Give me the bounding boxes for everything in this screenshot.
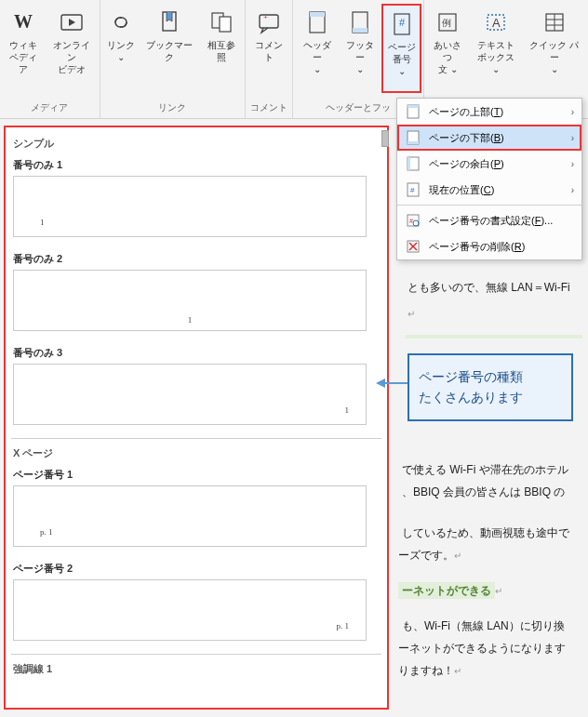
greeting-button[interactable]: 例 あいさつ 文 ⌄ [426,4,470,93]
chevron-right-icon: › [571,133,574,143]
thumb-number: p. 1 [337,621,350,631]
callout-line: ページ番号の種類 [419,366,562,387]
ribbon-btn-label: リンク ⌄ [107,39,135,63]
format-icon: # [405,212,421,229]
ribbon-btn-label: テキスト ボックス ⌄ [474,39,519,75]
svg-text:#: # [409,218,413,224]
svg-text:#: # [410,186,415,194]
svg-text:+: + [263,13,268,21]
ribbon-btn-label: コメント [251,39,287,63]
ribbon-btn-label: ブックマーク [143,39,196,63]
svg-text:A: A [492,16,501,30]
header-button[interactable]: ヘッダー ⌄ [295,4,338,93]
link-icon [106,7,136,37]
online-video-icon [57,7,87,37]
gallery-item-plain2[interactable]: 1 [13,270,367,331]
ribbon-group-link: リンク ⌄ ブックマーク 相互参照 リンク [100,0,246,118]
doc-ret: ↵ [408,303,415,325]
doc-text: ーネットができるようになります [398,638,566,659]
dropdown-remove[interactable]: ページ番号の削除(R) [397,233,581,259]
callout-line: たくさんあります [419,387,562,407]
comment-button[interactable]: + コメント [247,4,291,93]
doc-heading: ーネットができる↵ [398,580,502,602]
page-top-icon [405,103,421,120]
gallery-item-plain3[interactable]: 1 [13,364,367,425]
remove-icon [405,238,421,255]
comment-icon: + [254,7,284,37]
doc-text: りますね！↵ [398,660,461,682]
gallery-section-xpage: X ページ [11,443,381,466]
current-pos-icon: # [405,181,421,198]
dropdown-label: ページ番号の削除(R) [429,240,525,254]
dropdown-label: ページの下部(B) [429,131,504,145]
page-number-icon: # [387,9,417,39]
gallery-section-simple: シンプル [11,133,381,156]
doc-text: 、BBIQ 会員の皆さんは BBIQ の [402,482,565,503]
ribbon-btn-label: クイック パー ⌄ [527,39,583,75]
quickparts-icon [540,7,569,37]
wikipedia-button[interactable]: W ウィキ ペディア [2,4,46,93]
gallery-scrollbar-thumb[interactable] [381,130,389,147]
gallery-separator [11,654,381,655]
thumb-number: 1 [40,218,45,227]
doc-text: とも多いので、無線 LAN＝Wi-Fi [408,277,570,299]
annotation-callout: ページ番号の種類 たくさんあります [408,353,573,421]
svg-text:#: # [399,17,406,28]
bookmark-icon [154,7,184,37]
dropdown-label: ページ番号の書式設定(F)... [429,214,553,228]
dropdown-label: 現在の位置(C) [429,183,494,197]
ribbon-group-label: コメント [247,100,291,118]
page-margin-icon [405,155,421,172]
textbox-button[interactable]: A テキスト ボックス ⌄ [470,4,523,93]
dropdown-format[interactable]: # ページ番号の書式設定(F)... [397,207,581,233]
green-stripe [406,335,582,339]
ribbon-btn-label: オンライン ビデオ [49,39,94,75]
dropdown-page-margin[interactable]: ページの余白(P) › [397,151,581,177]
svg-marker-2 [69,19,75,26]
gallery-item-page2[interactable]: p. 1 [13,579,367,641]
dropdown-page-bottom[interactable]: ページの下部(B) › [397,125,581,151]
ribbon-group-label: リンク [102,100,243,118]
gallery-item-page1[interactable]: p. 1 [13,485,367,547]
gallery-item-label: 番号のみ 2 [11,250,381,268]
svg-rect-27 [408,157,410,170]
crossref-button[interactable]: 相互参照 [200,4,243,93]
svg-text:W: W [14,11,33,32]
page-number-dropdown: ページの上部(T) › ページの下部(B) › ページの余白(P) › # 現在… [396,98,582,260]
dropdown-current-pos[interactable]: # 現在の位置(C) › [397,177,581,203]
ribbon-group-label: メディア [2,100,98,118]
gallery-item-plain1[interactable]: 1 [13,176,367,237]
page-number-button[interactable]: # ページ 番号 ⌄ [381,4,421,93]
chevron-right-icon: › [571,107,574,117]
doc-text: しているため、動画視聴も途中で [402,523,569,544]
greeting-icon: 例 [433,7,462,37]
quickparts-button[interactable]: クイック パー ⌄ [523,4,587,93]
chevron-right-icon: › [571,159,574,169]
footer-icon [345,7,375,37]
link-button[interactable]: リンク ⌄ [102,4,140,93]
doc-text: ーズです。↵ [398,545,461,566]
doc-text: で使える Wi-Fi や滞在先のホテル [402,459,568,481]
online-video-button[interactable]: オンライン ビデオ [46,4,98,93]
gallery-section-accent: 強調線 1 [11,658,381,682]
doc-text: も、Wi-Fi（無線 LAN）に切り換 [402,616,565,637]
svg-rect-11 [353,28,368,33]
gallery-item-label: 番号のみ 1 [11,156,381,174]
ribbon-btn-label: フッター ⌄ [342,39,378,75]
ribbon-btn-label: あいさつ 文 ⌄ [430,39,466,75]
footer-button[interactable]: フッター ⌄ [339,4,381,93]
page-number-gallery[interactable]: シンプル 番号のみ 1 1 番号のみ 2 1 番号のみ 3 1 X ページ ペー… [4,126,389,710]
svg-text:例: 例 [442,18,451,28]
thumb-number: 1 [345,405,350,415]
ribbon-group-media: W ウィキ ペディア オンライン ビデオ メディア [0,0,100,118]
dropdown-separator [397,205,581,206]
ribbon-btn-label: ヘッダー ⌄ [299,39,334,75]
svg-rect-6 [260,15,278,28]
bookmark-button[interactable]: ブックマーク [140,4,200,93]
ribbon-btn-label: ウィキ ペディア [6,39,42,75]
ribbon-btn-label: ページ 番号 ⌄ [387,41,416,77]
dropdown-page-top[interactable]: ページの上部(T) › [397,99,581,125]
gallery-item-label: ページ番号 1 [11,466,381,484]
svg-marker-37 [376,378,385,388]
textbox-icon: A [481,7,511,37]
